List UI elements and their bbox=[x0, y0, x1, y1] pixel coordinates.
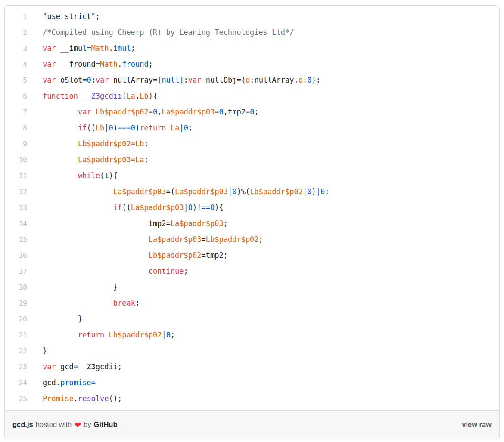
code-line: 20 } bbox=[5, 311, 492, 327]
code-line: 8 if((Lb|0)===0)return La|0; bbox=[5, 120, 492, 136]
code-line: 9 Lb$paddr$p02=Lb; bbox=[5, 136, 492, 152]
gist-attribution: gcd.js hosted with ❤ by GitHub bbox=[12, 420, 118, 429]
gist-embed: 1"use strict";2/*Compiled using Cheerp (… bbox=[4, 5, 500, 439]
gist-footer: gcd.js hosted with ❤ by GitHub view raw bbox=[5, 410, 499, 439]
code-line: 12 La$paddr$p03=(La$paddr$p03|0)%(Lb$pad… bbox=[5, 184, 492, 200]
code-line: 7 var Lb$paddr$p02=0,La$paddr$p03=0,tmp2… bbox=[5, 104, 492, 120]
line-number: 16 bbox=[5, 247, 27, 263]
line-number: 17 bbox=[5, 263, 27, 279]
gist-filename-link[interactable]: gcd.js bbox=[12, 420, 33, 429]
code-line: 23var gcd=__Z3gcdii; bbox=[5, 359, 492, 375]
code-line: 25Promise.resolve(); bbox=[5, 391, 492, 407]
line-number: 23 bbox=[5, 359, 27, 375]
line-number: 4 bbox=[5, 56, 27, 72]
heart-icon: ❤ bbox=[74, 421, 81, 429]
view-raw-link[interactable]: view raw bbox=[462, 420, 492, 429]
line-number: 20 bbox=[5, 311, 27, 327]
code-text: function __Z3gcdii(La,Lb){ bbox=[27, 88, 157, 104]
code-line: 22} bbox=[5, 343, 492, 359]
code-text: } bbox=[27, 311, 82, 327]
code-text: La$paddr$p03=(La$paddr$p03|0)%(Lb$paddr$… bbox=[27, 184, 329, 200]
code-line: 13 if((La$paddr$p03|0)!==0){ bbox=[5, 200, 492, 216]
code-text: /*Compiled using Cheerp (R) by Leaning T… bbox=[27, 25, 294, 40]
line-number: 6 bbox=[5, 88, 27, 104]
code-line: 24gcd.promise= bbox=[5, 375, 492, 391]
code-text: continue; bbox=[27, 263, 188, 279]
code-text: gcd.promise= bbox=[27, 375, 96, 391]
code-line: 19 break; bbox=[5, 295, 492, 311]
line-number: 25 bbox=[5, 391, 27, 407]
code-text: var oSlot=0;var nullArray=[null];var nul… bbox=[27, 72, 320, 88]
code-text: var __imul=Math.imul; bbox=[27, 40, 135, 56]
code-line: 16 Lb$paddr$p02=tmp2; bbox=[5, 247, 492, 263]
code-text: "use strict"; bbox=[27, 9, 100, 25]
code-line: 5var oSlot=0;var nullArray=[null];var nu… bbox=[5, 72, 492, 88]
code-line: 3var __imul=Math.imul; bbox=[5, 40, 492, 56]
code-text: La$paddr$p03=La; bbox=[27, 152, 149, 168]
code-line: 21 return Lb$paddr$p02|0; bbox=[5, 327, 492, 343]
code-line: 11 while(1){ bbox=[5, 168, 492, 184]
code-line: 15 La$paddr$p03=Lb$paddr$p02; bbox=[5, 232, 492, 247]
code-text: if((La$paddr$p03|0)!==0){ bbox=[27, 200, 224, 216]
line-number: 11 bbox=[5, 168, 27, 184]
line-number: 1 bbox=[5, 9, 27, 25]
by-text: by bbox=[84, 420, 91, 429]
code-line: 18 } bbox=[5, 279, 492, 295]
code-line: 2/*Compiled using Cheerp (R) by Leaning … bbox=[5, 25, 492, 40]
line-number: 8 bbox=[5, 120, 27, 136]
code-lines: 1"use strict";2/*Compiled using Cheerp (… bbox=[5, 9, 492, 407]
code-line: 10 La$paddr$p03=La; bbox=[5, 152, 492, 168]
code-text: } bbox=[27, 343, 47, 359]
line-number: 15 bbox=[5, 232, 27, 247]
code-line: 1"use strict"; bbox=[5, 9, 492, 25]
code-text: return Lb$paddr$p02|0; bbox=[27, 327, 175, 343]
code-line: 4var __fround=Math.fround; bbox=[5, 56, 492, 72]
line-number: 3 bbox=[5, 40, 27, 56]
code-text: Lb$paddr$p02=tmp2; bbox=[27, 247, 228, 263]
code-text: var gcd=__Z3gcdii; bbox=[27, 359, 122, 375]
code-text: Promise.resolve(); bbox=[27, 391, 122, 407]
code-text: } bbox=[27, 279, 118, 295]
code-text: Lb$paddr$p02=Lb; bbox=[27, 136, 149, 152]
code-text: La$paddr$p03=Lb$paddr$p02; bbox=[27, 232, 263, 247]
line-number: 12 bbox=[5, 184, 27, 200]
line-number: 14 bbox=[5, 216, 27, 232]
code-line: 14 tmp2=La$paddr$p03; bbox=[5, 216, 492, 232]
code-area: 1"use strict";2/*Compiled using Cheerp (… bbox=[5, 6, 499, 410]
line-number: 22 bbox=[5, 343, 27, 359]
line-number: 5 bbox=[5, 72, 27, 88]
code-text: var __fround=Math.fround; bbox=[27, 56, 153, 72]
line-number: 18 bbox=[5, 279, 27, 295]
code-line: 17 continue; bbox=[5, 263, 492, 279]
line-number: 9 bbox=[5, 136, 27, 152]
code-text: if((Lb|0)===0)return La|0; bbox=[27, 120, 193, 136]
line-number: 21 bbox=[5, 327, 27, 343]
code-line: 6function __Z3gcdii(La,Lb){ bbox=[5, 88, 492, 104]
line-number: 19 bbox=[5, 295, 27, 311]
line-number: 13 bbox=[5, 200, 27, 216]
line-number: 10 bbox=[5, 152, 27, 168]
code-text: while(1){ bbox=[27, 168, 118, 184]
line-number: 7 bbox=[5, 104, 27, 120]
line-number: 24 bbox=[5, 375, 27, 391]
line-number: 2 bbox=[5, 25, 27, 40]
code-text: tmp2=La$paddr$p03; bbox=[27, 216, 228, 232]
github-link[interactable]: GitHub bbox=[94, 420, 118, 429]
code-text: break; bbox=[27, 295, 140, 311]
hosted-with-text: hosted with bbox=[36, 420, 72, 429]
code-text: var Lb$paddr$p02=0,La$paddr$p03=0,tmp2=0… bbox=[27, 104, 259, 120]
